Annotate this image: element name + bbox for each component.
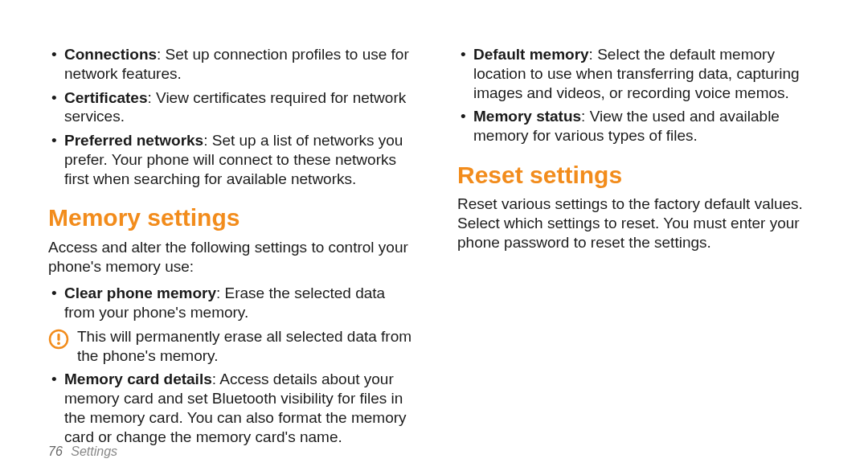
page-number: 76 (48, 444, 63, 458)
footer-section: Settings (71, 444, 117, 458)
svg-point-2 (57, 342, 60, 345)
list-item: Memory card details: Access details abou… (48, 370, 419, 446)
left-top-bullet-list: Connections: Set up connection profiles … (48, 45, 419, 188)
warning-row: This will permanently erase all selected… (48, 327, 419, 366)
manual-page: Connections: Set up connection profiles … (0, 0, 868, 471)
list-item: Certificates: View certificates required… (48, 88, 419, 127)
svg-rect-1 (57, 334, 59, 341)
list-item: Memory status: View the used and availab… (457, 107, 828, 145)
right-top-bullet-list: Default memory: Select the default memor… (457, 45, 828, 145)
warning-text: This will permanently erase all selected… (77, 327, 419, 366)
reset-settings-heading: Reset settings (457, 160, 828, 190)
bullet-title: Clear phone memory (64, 285, 216, 301)
memory-bullet-list-1: Clear phone memory: Erase the selected d… (48, 284, 419, 322)
warning-icon (48, 329, 69, 350)
page-footer: 76 Settings (48, 444, 117, 460)
list-item: Clear phone memory: Erase the selected d… (48, 284, 419, 322)
list-item: Connections: Set up connection profiles … (48, 45, 419, 84)
bullet-title: Connections (64, 46, 157, 63)
reset-settings-intro: Reset various settings to the factory de… (457, 195, 828, 252)
bullet-title: Certificates (64, 89, 148, 106)
list-item: Preferred networks: Set up a list of net… (48, 131, 419, 188)
bullet-title: Default memory (473, 46, 589, 63)
bullet-title: Memory card details (64, 371, 212, 387)
memory-bullet-list-2: Memory card details: Access details abou… (48, 370, 419, 446)
left-column: Connections: Set up connection profiles … (48, 40, 419, 451)
bullet-title: Memory status (473, 108, 581, 125)
bullet-title: Preferred networks (64, 132, 203, 149)
memory-settings-intro: Access and alter the following settings … (48, 238, 419, 276)
list-item: Default memory: Select the default memor… (457, 45, 828, 102)
right-column: Default memory: Select the default memor… (457, 40, 828, 451)
two-column-layout: Connections: Set up connection profiles … (48, 40, 828, 451)
memory-settings-heading: Memory settings (48, 203, 419, 233)
